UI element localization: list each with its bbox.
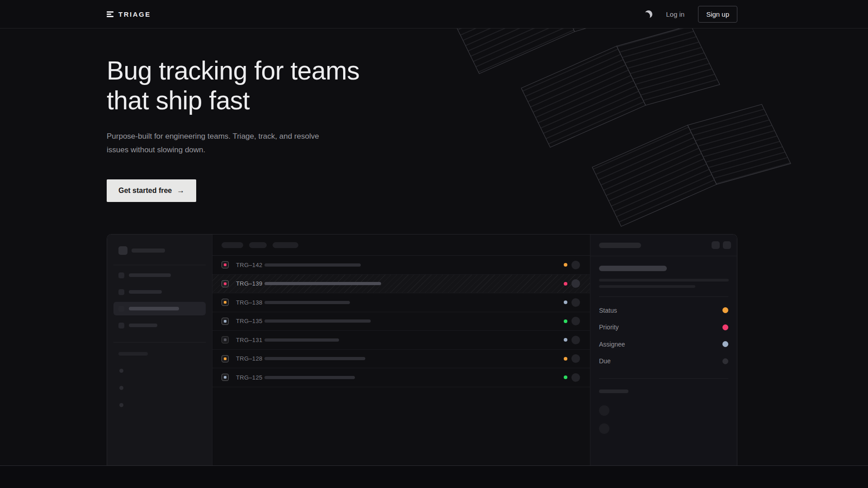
field-value-dot: [722, 307, 728, 313]
issue-row: TRG–128: [212, 350, 590, 369]
hero-subtitle: Purpose-built for engineering teams. Tri…: [107, 130, 319, 157]
status-dot: [564, 375, 567, 379]
issue-id: TRG–139: [236, 280, 264, 287]
sidebar-item-skeleton: [113, 319, 206, 332]
issue-id: TRG–128: [236, 355, 264, 362]
get-started-button[interactable]: Get started free →: [107, 179, 196, 202]
detail-fields: Status Priority Assignee Due: [599, 302, 728, 370]
workspace-avatar: [118, 246, 127, 255]
assignee-avatar: [571, 354, 580, 363]
sidebar-item-skeleton: [113, 268, 206, 282]
signup-button[interactable]: Sign up: [698, 6, 737, 23]
activity-avatar-skeleton: [599, 423, 609, 434]
hero-heading: Bug tracking for teams that ship fast: [107, 56, 737, 115]
status-dot: [564, 263, 567, 267]
preview-sidebar: [107, 235, 212, 465]
field-value-dot: [722, 324, 728, 330]
detail-field-row: Assignee: [599, 336, 728, 353]
issue-title-skeleton: [264, 376, 355, 379]
sidebar-dot-skeleton: [119, 369, 123, 373]
issue-title-skeleton: [264, 301, 350, 304]
sidebar-item-skeleton-active: [113, 302, 206, 315]
issue-row: TRG–142: [212, 256, 590, 275]
detail-field-row: Due: [599, 353, 728, 370]
detail-field-row: Status: [599, 302, 728, 319]
description-skeleton: [599, 285, 695, 288]
issue-detail-panel: Status Priority Assignee Due: [590, 235, 737, 465]
sidebar-item-skeleton: [113, 285, 206, 299]
navbar: TRIAGE Log in Sign up: [0, 0, 868, 28]
issue-type-icon: [222, 318, 229, 325]
status-dot: [564, 300, 567, 304]
issue-type-icon: [222, 261, 229, 268]
issue-id: TRG–138: [236, 299, 264, 306]
detail-title-skeleton: [599, 243, 641, 248]
hero-heading-line2: that ship fast: [107, 86, 250, 115]
field-value-dot: [722, 358, 728, 364]
panel-controls: [712, 241, 731, 249]
detail-header: [590, 235, 737, 256]
issue-title-skeleton: [264, 319, 371, 323]
status-dot: [564, 319, 567, 323]
section-label-skeleton: [118, 352, 148, 356]
assignee-avatar: [571, 336, 580, 344]
issue-title-skeleton: [264, 357, 365, 360]
app-preview-card: TRG–142 TRG–139 TRG–138 TRG–135 TRG–: [107, 234, 737, 465]
tab-skeleton: [249, 242, 267, 248]
workspace-name-skeleton: [132, 249, 165, 253]
issue-id: TRG–142: [236, 262, 264, 268]
issue-row: TRG–138: [212, 293, 590, 312]
theme-toggle-moon-icon[interactable]: [645, 10, 652, 18]
hero-heading-line1: Bug tracking for teams: [107, 56, 359, 85]
issue-title-skeleton: [264, 263, 361, 267]
sidebar-dot-skeleton: [119, 403, 123, 407]
divider: [599, 378, 728, 379]
arrow-right-icon: →: [177, 186, 184, 195]
assignee-avatar: [571, 373, 580, 382]
divider: [599, 296, 728, 297]
issue-id: TRG–125: [236, 374, 264, 381]
field-value-dot: [722, 341, 728, 347]
issue-row: TRG–135: [212, 312, 590, 331]
issue-type-icon: [222, 299, 229, 306]
issue-row: TRG–131: [212, 331, 590, 350]
brand-logo[interactable]: TRIAGE: [107, 10, 151, 18]
issue-type-icon: [222, 280, 229, 287]
issue-row: TRG–125: [212, 368, 590, 387]
footer: [0, 465, 868, 488]
sidebar-dot-skeleton: [119, 386, 123, 390]
issue-type-icon: [222, 355, 229, 362]
tab-skeleton: [273, 242, 298, 248]
issue-id: TRG–131: [236, 337, 264, 343]
issue-type-icon: [222, 374, 229, 381]
assignee-avatar: [571, 279, 580, 288]
divider: [113, 342, 206, 343]
issue-type-icon: [222, 336, 229, 343]
detail-field-row: Priority: [599, 319, 728, 336]
assignee-avatar: [571, 261, 580, 269]
issue-title-skeleton: [599, 266, 667, 271]
get-started-label: Get started free: [118, 187, 172, 195]
status-dot: [564, 357, 567, 361]
issue-list-header: [212, 235, 590, 256]
login-link[interactable]: Log in: [666, 10, 684, 18]
tab-skeleton: [222, 242, 243, 248]
assignee-avatar: [571, 317, 580, 325]
issue-id: TRG–135: [236, 318, 264, 324]
activity-avatar-skeleton: [599, 405, 609, 416]
field-label: Status: [599, 307, 617, 314]
field-label: Due: [599, 357, 611, 365]
assignee-avatar: [571, 298, 580, 307]
issue-title-skeleton: [264, 338, 339, 342]
panel-control-icon: [723, 241, 731, 249]
issue-list-panel: TRG–142 TRG–139 TRG–138 TRG–135 TRG–: [212, 235, 590, 465]
activity-label-skeleton: [599, 389, 628, 393]
field-label: Priority: [599, 324, 619, 331]
status-dot: [564, 282, 567, 286]
triage-logo-icon: [107, 11, 113, 17]
issue-row: TRG–139: [212, 275, 590, 294]
divider: [113, 265, 206, 265]
description-skeleton: [599, 279, 729, 282]
brand-name: TRIAGE: [118, 10, 151, 18]
field-label: Assignee: [599, 341, 625, 348]
